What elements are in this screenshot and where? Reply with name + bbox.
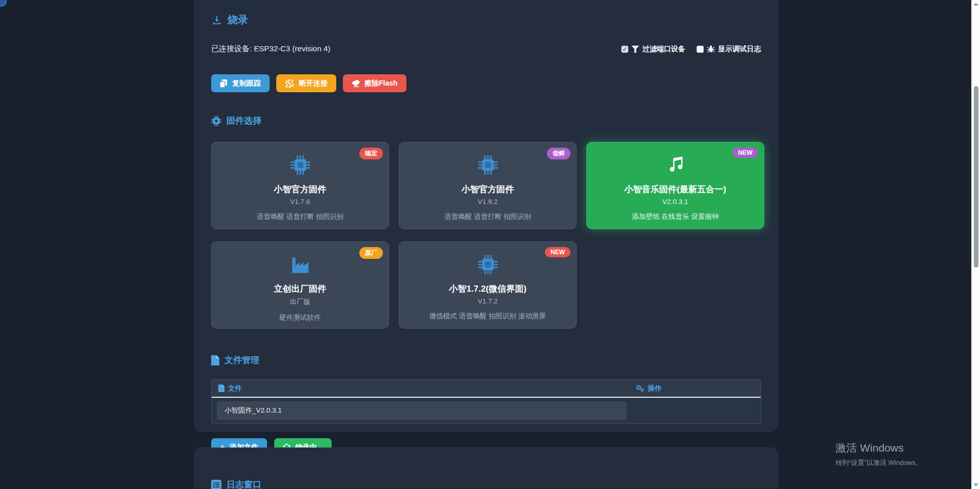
file-icon [211, 355, 219, 365]
card-badge: 稳定 [359, 148, 383, 159]
eraser-icon [352, 79, 360, 87]
burn-panel: 烧录 已连接设备: ESP32-C3 (revision 4) ✓ 过滤端口设备… [194, 0, 778, 432]
file-column-header: 文件 [228, 384, 242, 393]
card-badge: 原厂 [359, 247, 383, 259]
burn-title: 烧录 [228, 13, 248, 27]
log-title: 日志窗口 [227, 479, 261, 489]
watermark-line2: 转到“设置”以激活 Windows。 [835, 458, 922, 467]
music-note-icon [587, 155, 764, 175]
card-title: 小智1.7.2(微信界面) [399, 283, 576, 295]
log-list-icon [211, 480, 221, 489]
gears-icon [636, 385, 644, 392]
card-title: 小智音乐固件(最新五合一) [587, 184, 764, 195]
erase-flash-button[interactable]: 擦除Flash [343, 74, 406, 92]
debug-log-checkbox[interactable] [697, 46, 704, 53]
corner-floating-button[interactable] [0, 0, 7, 7]
windows-activation-watermark: 激活 Windows 转到“设置”以激活 Windows。 [835, 441, 922, 467]
card-badge: 尝鲜 [547, 148, 570, 159]
file-table-row[interactable]: 小智固件_V2.0.3.1 [212, 398, 761, 423]
device-status: 已连接设备: ESP32-C3 (revision 4) [211, 44, 331, 54]
chip-icon [211, 116, 221, 126]
file-table: 文件 操作 小智固件_V2.0.3.1 [211, 379, 761, 424]
action-column-header: 操作 [648, 384, 662, 393]
disconnect-button[interactable]: 断开连接 [276, 74, 336, 92]
filter-ports-label: 过滤端口设备 [642, 45, 685, 54]
card-description: 硬件测试软件 [212, 313, 389, 322]
copy-icon [220, 79, 228, 88]
file-icon [218, 384, 224, 392]
file-table-header: 文件 操作 [212, 380, 761, 397]
card-version: V1.7.2 [399, 297, 576, 305]
chip-icon [399, 254, 576, 275]
vertical-scrollbar[interactable] [971, 0, 980, 489]
card-version: V1.7.6 [212, 198, 389, 206]
card-description: 添加壁纸 在线音乐 设置闹钟 [587, 212, 764, 221]
firmware-card-factory[interactable]: 原厂 立创出厂固件 出厂版 硬件测试软件 [211, 241, 389, 329]
debug-log-label: 显示调试日志 [718, 45, 761, 54]
log-panel: 日志窗口 [194, 447, 778, 489]
scroll-up-arrow-icon[interactable] [973, 3, 978, 6]
firmware-card-grid: 稳定 小智官方固件 V1.7.6 语音唤醒 语音打断 拍照识别 尝鲜 小智官方固… [211, 142, 761, 329]
firmware-card-official-beta[interactable]: 尝鲜 小智官方固件 V1.9.2 语音唤醒 语音打断 拍照识别 [399, 142, 577, 229]
card-description: 语音唤醒 语音打断 拍照识别 [212, 212, 389, 221]
download-icon [211, 14, 222, 26]
card-title: 小智官方固件 [399, 184, 576, 195]
watermark-line1: 激活 Windows [835, 441, 922, 455]
firmware-title: 固件选择 [227, 115, 261, 127]
unlink-icon [285, 79, 294, 88]
scroll-down-arrow-icon[interactable] [973, 483, 978, 486]
filter-ports-checkbox[interactable]: ✓ [621, 46, 628, 53]
card-version: V2.0.3.1 [587, 198, 764, 206]
firmware-card-wechat[interactable]: NEW 小智1.7.2(微信界面) V1.7.2 微信模式 语音唤醒 拍照识别 … [399, 241, 577, 329]
card-title: 小智官方固件 [212, 184, 389, 195]
card-description: 语音唤醒 语音打断 拍照识别 [399, 212, 576, 221]
log-section-header: 日志窗口 [211, 479, 761, 489]
card-version: 出厂版 [212, 297, 389, 307]
card-title: 立创出厂固件 [212, 283, 389, 295]
funnel-icon [631, 46, 639, 53]
burn-section-header: 烧录 [211, 13, 761, 27]
firmware-section-header: 固件选择 [211, 115, 761, 127]
file-section-title: 文件管理 [224, 354, 259, 366]
firmware-card-music-selected[interactable]: NEW 小智音乐固件(最新五合一) V2.0.3.1 添加壁纸 在线音乐 设置闹… [586, 142, 764, 229]
firmware-card-official-stable[interactable]: 稳定 小智官方固件 V1.7.6 语音唤醒 语音打断 拍照识别 [211, 142, 389, 229]
scrollbar-thumb[interactable] [974, 86, 978, 268]
file-section-header: 文件管理 [211, 354, 761, 366]
card-version: V1.9.2 [399, 198, 576, 206]
card-badge: NEW [732, 148, 758, 158]
card-badge: NEW [545, 247, 570, 257]
copy-trace-button[interactable]: 复制跟踪 [211, 74, 270, 92]
bug-icon [707, 45, 715, 53]
card-description: 微信模式 语音唤醒 拍照识别 滚动滑屏 [399, 312, 576, 321]
file-name-chip[interactable]: 小智固件_V2.0.3.1 [217, 401, 627, 420]
